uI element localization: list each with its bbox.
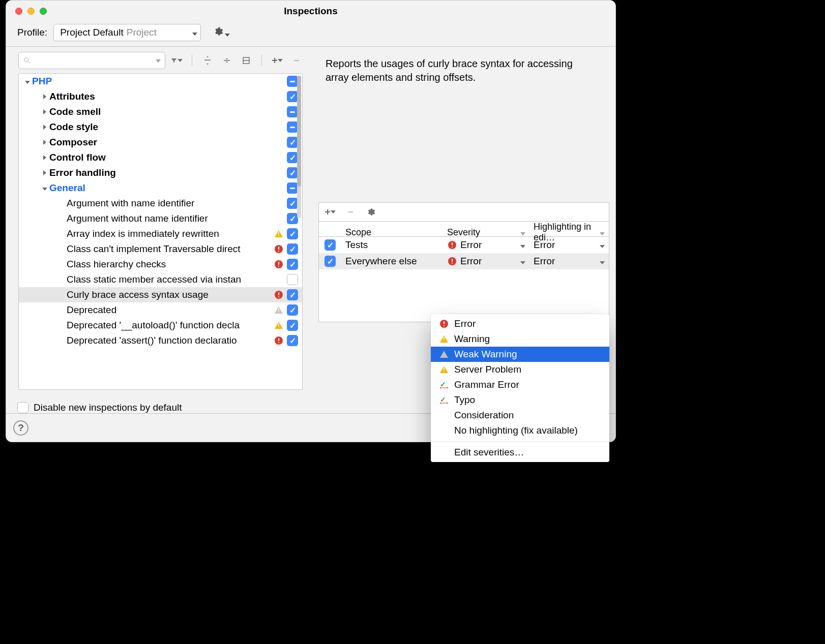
chevron-right-icon[interactable]	[40, 169, 49, 177]
tree-row[interactable]: Class static member accessed via instan	[19, 272, 302, 287]
popup-item[interactable]: Edit severities…	[431, 445, 609, 460]
tree-row[interactable]: Error handling	[19, 165, 302, 180]
profile-select[interactable]: Project Default Project	[53, 24, 201, 41]
tree-row[interactable]: PHP	[19, 74, 302, 89]
checkbox-icon[interactable]	[287, 198, 298, 209]
checkbox-icon[interactable]	[287, 106, 298, 117]
checkbox-icon[interactable]	[287, 137, 298, 148]
remove-button[interactable]	[290, 54, 303, 67]
checkbox-icon[interactable]	[287, 259, 298, 270]
chevron-right-icon[interactable]	[40, 108, 49, 116]
chevron-right-icon[interactable]	[40, 154, 49, 162]
chevron-down-icon[interactable]	[40, 184, 49, 192]
popup-item[interactable]: Server Problem	[431, 362, 609, 377]
tree-label: Class hierarchy checks	[67, 259, 274, 270]
popup-label: No highlighting (fix available)	[454, 425, 578, 436]
reset-button[interactable]	[240, 54, 252, 67]
severity-cell[interactable]: Error	[443, 256, 529, 267]
tree-row[interactable]: Deprecated 'assert()' function declarati…	[19, 333, 302, 348]
collapse-all-button[interactable]	[221, 54, 233, 67]
tree-row[interactable]: Argument without name identifier	[19, 211, 302, 226]
checkbox-icon[interactable]	[287, 91, 298, 102]
checkbox-icon[interactable]	[287, 274, 298, 285]
checkbox-icon[interactable]	[287, 76, 298, 87]
tree-row[interactable]: Attributes	[19, 89, 302, 104]
tree-label: Composer	[49, 137, 287, 148]
err-icon	[274, 290, 284, 300]
chevron-right-icon[interactable]	[40, 123, 49, 131]
checkbox-icon[interactable]	[287, 228, 298, 239]
checkbox-icon[interactable]	[287, 213, 298, 224]
popup-label: Typo	[454, 394, 475, 406]
tree-row[interactable]: Class can't implement Traversable direct	[19, 241, 302, 257]
inspection-tree[interactable]: PHPAttributesCode smellCode styleCompose…	[18, 73, 303, 390]
tree-row[interactable]: General	[19, 180, 302, 196]
tree-row[interactable]: Code style	[19, 119, 302, 135]
chevron-down-icon[interactable]	[23, 77, 32, 85]
tree-label: Error handling	[49, 167, 287, 178]
checkbox-icon[interactable]	[287, 182, 298, 194]
help-button[interactable]: ?	[13, 420, 28, 436]
filter-button[interactable]	[170, 54, 183, 67]
expand-all-button[interactable]	[201, 54, 214, 67]
popup-label: Edit severities…	[454, 447, 524, 458]
severity-cell[interactable]: Error	[443, 239, 529, 251]
tree-row[interactable]: Control flow	[19, 150, 302, 165]
highlight-cell[interactable]: Error	[529, 256, 609, 267]
sev-gear-button[interactable]	[365, 206, 377, 218]
svg-line-1	[28, 62, 30, 63]
profile-gear-button[interactable]	[213, 26, 230, 39]
popup-item[interactable]: Weak Warning	[431, 347, 609, 362]
chevron-down-icon	[192, 27, 197, 38]
tree-row[interactable]: Array index is immediately rewritten	[19, 226, 302, 241]
chevron-right-icon[interactable]	[40, 138, 49, 146]
warn-icon	[274, 229, 284, 239]
ww-icon	[439, 349, 449, 359]
err-icon	[274, 335, 284, 346]
checkbox-icon[interactable]	[287, 304, 298, 316]
tree-row[interactable]: Deprecated '__autoload()' function decla	[19, 318, 302, 333]
tree-row[interactable]: Composer	[19, 135, 302, 150]
checkbox-icon[interactable]	[287, 335, 298, 346]
highlighting-popup[interactable]: ErrorWarningWeak WarningServer ProblemGr…	[431, 314, 609, 462]
col-severity: Severity	[447, 227, 480, 238]
window-title: Inspections	[6, 6, 615, 17]
checkbox-icon[interactable]	[325, 239, 336, 251]
checkbox-icon[interactable]	[287, 167, 298, 178]
severity-row[interactable]: Tests Error Error	[319, 237, 609, 253]
checkbox-icon[interactable]	[287, 243, 298, 255]
tree-label: Argument with name identifier	[67, 198, 287, 209]
popup-item[interactable]: Consideration	[431, 408, 609, 423]
checkbox-icon[interactable]	[287, 152, 298, 163]
svg-point-0	[24, 58, 28, 62]
tree-row[interactable]: Class hierarchy checks	[19, 257, 302, 272]
titlebar: Inspections	[6, 1, 615, 22]
checkbox-icon[interactable]	[287, 289, 298, 300]
popup-label: Warning	[454, 333, 490, 345]
search-input[interactable]	[18, 52, 165, 69]
popup-item[interactable]: Error	[431, 316, 609, 331]
severity-row[interactable]: Everywhere else Error Error	[319, 253, 609, 269]
sev-remove-button[interactable]	[344, 206, 357, 218]
tree-toolbar	[9, 47, 310, 71]
checkbox-icon[interactable]	[17, 402, 28, 413]
popup-item[interactable]: Typo	[431, 392, 609, 408]
checkbox-icon[interactable]	[287, 121, 298, 133]
tree-row[interactable]: Argument with name identifier	[19, 196, 302, 211]
tree-row[interactable]: Deprecated	[19, 302, 302, 318]
add-button[interactable]	[271, 54, 283, 67]
popup-item[interactable]: No highlighting (fix available)	[431, 423, 609, 438]
tree-row[interactable]: Curly brace access syntax usage	[19, 287, 302, 302]
popup-item[interactable]: Grammar Error	[431, 377, 609, 392]
chevron-right-icon[interactable]	[40, 93, 49, 101]
sev-add-button[interactable]	[324, 206, 336, 218]
tree-scrollbar[interactable]	[297, 76, 301, 218]
tree-label: General	[49, 182, 287, 194]
highlight-cell[interactable]: Error	[529, 239, 609, 251]
checkbox-icon[interactable]	[287, 320, 298, 331]
checkbox-icon[interactable]	[325, 256, 336, 267]
tree-row[interactable]: Code smell	[19, 104, 302, 119]
popup-item[interactable]: Warning	[431, 331, 609, 347]
tree-label: Class static member accessed via instan	[67, 274, 287, 285]
popup-label: Weak Warning	[454, 349, 517, 360]
